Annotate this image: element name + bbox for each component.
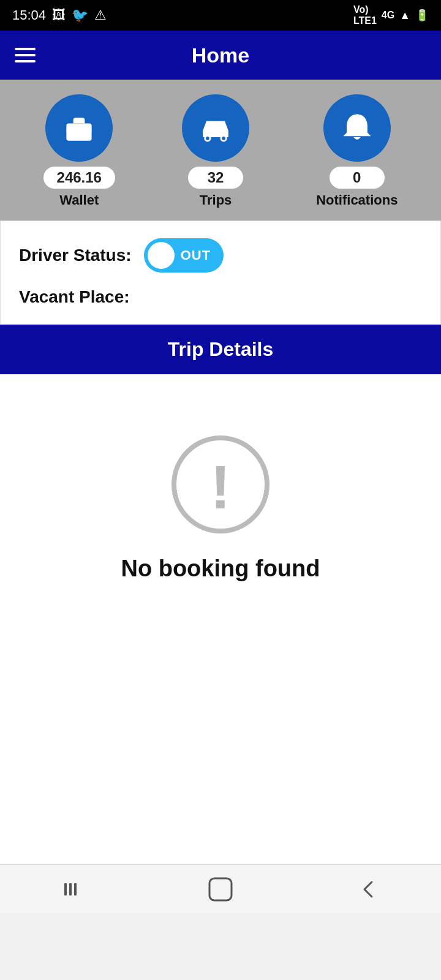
status-bar: 15:04 🖼 🐦 ⚠ Vo)LTE1 4G ▲ 🔋 [0, 0, 441, 31]
vacant-place-label: Vacant Place: [19, 287, 130, 307]
bell-icon [339, 110, 375, 146]
recents-button[interactable] [61, 877, 85, 902]
wallet-icon-circle [45, 94, 113, 162]
svg-rect-11 [69, 883, 72, 895]
status-left: 15:04 🖼 🐦 ⚠ [12, 7, 107, 23]
trip-details-content: ! No booking found [0, 374, 441, 864]
volte-icon: Vo)LTE1 [353, 4, 377, 26]
no-booking-text: No booking found [121, 556, 320, 582]
battery-icon: 🔋 [415, 9, 429, 22]
exclamation-mark: ! [210, 456, 230, 518]
briefcase-icon [61, 110, 97, 146]
back-icon [356, 877, 380, 902]
driver-status-card: Driver Status: OUT Vacant Place: [0, 221, 441, 325]
svg-point-5 [206, 137, 209, 140]
photo-icon: 🖼 [52, 7, 66, 23]
stats-section: 246.16 Wallet 32 Trips 0 [0, 80, 441, 221]
toggle-state-text: OUT [181, 247, 211, 263]
notifications-icon-circle [323, 94, 391, 162]
trips-stat[interactable]: 32 Trips [182, 94, 249, 208]
wallet-stat[interactable]: 246.16 Wallet [43, 94, 115, 208]
notifications-label: Notifications [316, 192, 398, 208]
vacant-place-row: Vacant Place: [19, 287, 422, 307]
toggle-knob [148, 242, 175, 269]
signal-icon: ▲ [399, 9, 410, 22]
trips-icon-circle [182, 94, 249, 162]
svg-rect-13 [209, 878, 232, 900]
status-time: 15:04 [12, 7, 46, 23]
driver-status-row: Driver Status: OUT [19, 238, 422, 273]
wallet-value: 246.16 [43, 167, 115, 189]
driver-status-label: Driver Status: [19, 246, 132, 265]
back-button[interactable] [356, 877, 380, 902]
svg-rect-10 [64, 883, 67, 895]
trip-details-title: Trip Details [0, 338, 441, 361]
no-booking-icon: ! [172, 435, 270, 533]
driver-status-toggle[interactable]: OUT [144, 238, 224, 273]
page-title: Home [36, 43, 405, 67]
facebook-icon: 🐦 [72, 7, 88, 23]
svg-rect-2 [76, 127, 83, 134]
trips-value: 32 [188, 167, 243, 189]
svg-rect-12 [74, 883, 77, 895]
hamburger-menu-button[interactable] [15, 48, 36, 62]
notifications-stat[interactable]: 0 Notifications [316, 94, 398, 208]
4g-icon: 4G [382, 10, 394, 21]
home-circle-icon [207, 876, 234, 903]
status-right: Vo)LTE1 4G ▲ 🔋 [353, 4, 429, 26]
car-icon [197, 110, 234, 146]
alert-icon: ⚠ [94, 7, 107, 23]
bottom-nav [0, 864, 441, 913]
svg-rect-8 [209, 123, 223, 129]
recents-icon [61, 877, 85, 902]
home-button[interactable] [207, 876, 234, 903]
notifications-value: 0 [330, 167, 385, 189]
svg-point-9 [355, 115, 360, 119]
wallet-label: Wallet [59, 192, 99, 208]
trips-label: Trips [200, 192, 232, 208]
trip-details-header: Trip Details [0, 325, 441, 374]
top-nav: Home [0, 31, 441, 80]
svg-point-7 [222, 137, 225, 140]
